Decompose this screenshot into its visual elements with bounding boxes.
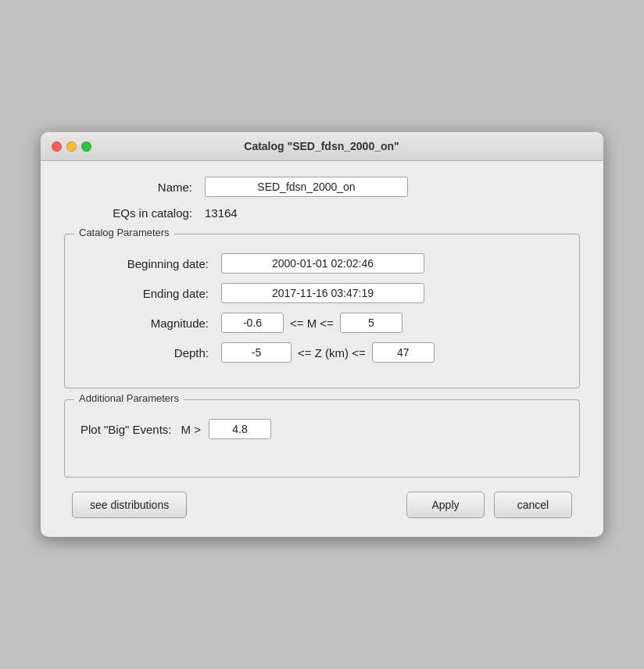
app-window: Catalog "SED_fdsn_2000_on" Name: EQs in … xyxy=(41,132,603,537)
depth-min-input[interactable] xyxy=(221,342,292,363)
magnitude-min-input[interactable] xyxy=(221,313,284,333)
beginning-date-label: Beginning date: xyxy=(80,257,221,270)
catalog-parameters-group: Catalog Parameters Beginning date: Endin… xyxy=(64,234,580,388)
additional-parameters-group: Additional Parameters Plot "Big" Events:… xyxy=(64,399,580,478)
window-title: Catalog "SED_fdsn_2000_on" xyxy=(51,140,592,152)
big-events-input[interactable] xyxy=(209,419,271,439)
big-events-row: Plot "Big" Events: M > xyxy=(80,419,564,439)
magnitude-max-input[interactable] xyxy=(340,313,402,333)
m-gt-label: M > xyxy=(181,423,201,436)
beginning-date-row: Beginning date: xyxy=(80,253,564,274)
eqs-row: EQs in catalog: 13164 xyxy=(64,206,580,220)
cancel-button[interactable]: cancel xyxy=(494,492,572,518)
depth-row: Depth: <= Z (km) <= xyxy=(80,342,564,363)
name-label: Name: xyxy=(64,181,205,194)
see-distributions-button[interactable]: see distributions xyxy=(72,492,187,518)
title-bar: Catalog "SED_fdsn_2000_on" xyxy=(41,132,603,161)
eqs-value: 13164 xyxy=(205,206,238,220)
big-events-label: Plot "Big" Events: xyxy=(80,423,172,436)
window-content: Name: EQs in catalog: 13164 Catalog Para… xyxy=(41,161,603,537)
eqs-label: EQs in catalog: xyxy=(64,206,205,220)
name-input[interactable] xyxy=(205,177,408,197)
ending-date-input[interactable] xyxy=(221,283,424,303)
button-row: see distributions Apply cancel xyxy=(64,492,580,518)
ending-date-label: Ending date: xyxy=(80,287,221,300)
magnitude-row: Magnitude: <= M <= xyxy=(80,313,564,333)
depth-max-input[interactable] xyxy=(372,342,435,363)
apply-button[interactable]: Apply xyxy=(406,492,485,518)
magnitude-connector: <= M <= xyxy=(290,317,334,330)
magnitude-label: Magnitude: xyxy=(80,317,221,330)
depth-connector: <= Z (km) <= xyxy=(298,346,366,360)
depth-label: Depth: xyxy=(80,346,221,360)
additional-parameters-legend: Additional Parameters xyxy=(74,392,184,404)
catalog-parameters-legend: Catalog Parameters xyxy=(74,227,174,238)
ending-date-row: Ending date: xyxy=(80,283,564,303)
name-row: Name: xyxy=(64,177,580,197)
beginning-date-input[interactable] xyxy=(221,253,424,274)
